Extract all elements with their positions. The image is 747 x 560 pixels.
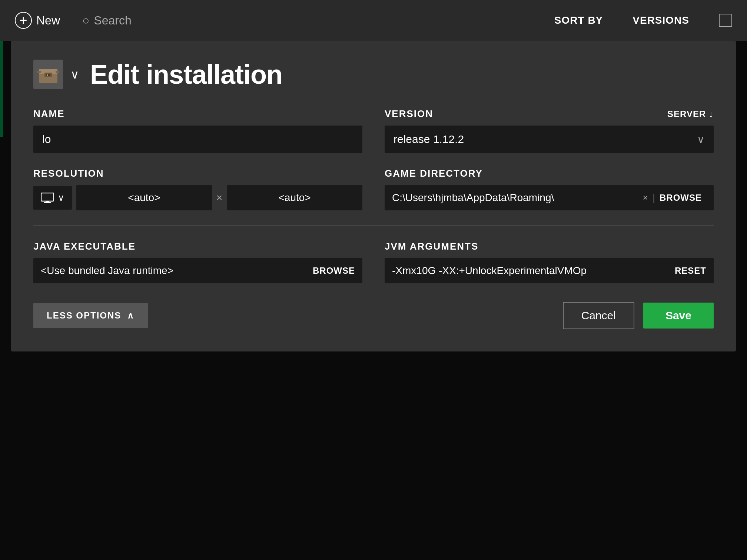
installation-icon bbox=[33, 60, 63, 89]
java-executable-value: <Use bundled Java runtime> bbox=[41, 265, 313, 277]
svg-rect-4 bbox=[47, 74, 48, 76]
edit-installation-modal: ∨ Edit installation NAME VERSION SERVER … bbox=[11, 41, 736, 351]
game-directory-value: C:\Users\hjmba\AppData\Roaming\ bbox=[392, 192, 635, 204]
java-executable-label: JAVA EXECUTABLE bbox=[33, 241, 362, 252]
resolution-width-input[interactable]: <auto> bbox=[76, 185, 212, 210]
svg-rect-5 bbox=[37, 71, 41, 73]
versions-label: VERSIONS bbox=[633, 14, 689, 26]
search-label: Search bbox=[94, 14, 131, 27]
resolution-height-input[interactable]: <auto> bbox=[227, 185, 362, 210]
jvm-reset-button[interactable]: RESET bbox=[675, 266, 706, 276]
new-icon: + bbox=[15, 12, 32, 29]
block-icon-svg bbox=[37, 63, 59, 86]
name-label: NAME bbox=[33, 108, 362, 120]
resolution-x-divider: × bbox=[216, 192, 222, 204]
icon-dropdown-chevron[interactable]: ∨ bbox=[70, 67, 79, 81]
auto-height-label: <auto> bbox=[279, 192, 311, 203]
jvm-arguments-value: -Xmx10G -XX:+UnlockExperimentalVMOp bbox=[392, 265, 675, 277]
new-label: New bbox=[36, 14, 60, 27]
game-directory-label: GAME DIRECTORY bbox=[385, 168, 714, 179]
less-options-label: LESS OPTIONS bbox=[47, 310, 121, 321]
cancel-button[interactable]: Cancel bbox=[563, 302, 634, 329]
svg-rect-7 bbox=[41, 193, 54, 201]
monitor-dropdown[interactable]: ∨ bbox=[33, 186, 72, 210]
resolution-inputs: ∨ <auto> × <auto> bbox=[33, 185, 362, 210]
version-chevron-icon: ∨ bbox=[697, 133, 705, 146]
search-icon: ○ bbox=[82, 14, 89, 27]
server-button[interactable]: SERVER ↓ bbox=[667, 109, 714, 119]
auto-width-label: <auto> bbox=[128, 192, 160, 203]
jvm-arguments-input[interactable]: -Xmx10G -XX:+UnlockExperimentalVMOp RESE… bbox=[385, 258, 714, 283]
dir-actions: × | BROWSE bbox=[638, 192, 706, 204]
sort-by-label: SORT BY bbox=[554, 14, 603, 26]
svg-rect-9 bbox=[44, 202, 51, 203]
game-directory-clear-button[interactable]: × bbox=[638, 193, 653, 203]
game-directory-group: GAME DIRECTORY C:\Users\hjmba\AppData\Ro… bbox=[385, 168, 714, 210]
resolution-label: RESOLUTION bbox=[33, 168, 362, 179]
dir-divider: | bbox=[653, 192, 655, 204]
java-executable-group: JAVA EXECUTABLE <Use bundled Java runtim… bbox=[33, 241, 362, 283]
less-options-chevron-icon: ∧ bbox=[127, 310, 135, 321]
jvm-arguments-label: JVM ARGUMENTS bbox=[385, 241, 714, 252]
modal-header: ∨ Edit installation bbox=[33, 59, 714, 90]
less-options-button[interactable]: LESS OPTIONS ∧ bbox=[33, 303, 148, 328]
resolution-directory-row: RESOLUTION ∨ <auto> × <auto> bbox=[33, 168, 714, 210]
modal-footer: LESS OPTIONS ∧ Cancel Save bbox=[33, 302, 714, 329]
java-jvm-row: JAVA EXECUTABLE <Use bundled Java runtim… bbox=[33, 241, 714, 283]
game-directory-input[interactable]: C:\Users\hjmba\AppData\Roaming\ × | BROW… bbox=[385, 185, 714, 210]
modal-title: Edit installation bbox=[90, 59, 282, 90]
jvm-arguments-group: JVM ARGUMENTS -Xmx10G -XX:+UnlockExperim… bbox=[385, 241, 714, 283]
resolution-group: RESOLUTION ∨ <auto> × <auto> bbox=[33, 168, 362, 210]
section-divider bbox=[33, 225, 714, 226]
server-label-text: SERVER ↓ bbox=[667, 109, 714, 119]
version-group: VERSION SERVER ↓ release 1.12.2 ∨ bbox=[385, 108, 714, 153]
version-header: VERSION SERVER ↓ bbox=[385, 108, 714, 120]
java-browse-button[interactable]: BROWSE bbox=[313, 266, 355, 276]
name-version-row: NAME VERSION SERVER ↓ release 1.12.2 ∨ bbox=[33, 108, 714, 153]
versions-checkbox[interactable] bbox=[719, 14, 732, 27]
top-bar: + New ○ Search SORT BY VERSIONS bbox=[0, 0, 747, 41]
game-directory-browse-button[interactable]: BROWSE bbox=[655, 193, 706, 203]
version-label: VERSION bbox=[385, 108, 433, 120]
search-button[interactable]: ○ Search bbox=[82, 14, 132, 27]
name-input[interactable] bbox=[33, 126, 362, 153]
svg-rect-6 bbox=[56, 71, 59, 73]
save-button[interactable]: Save bbox=[643, 303, 714, 329]
monitor-chevron-icon: ∨ bbox=[58, 193, 64, 203]
footer-right-buttons: Cancel Save bbox=[563, 302, 714, 329]
top-bar-right: SORT BY VERSIONS bbox=[554, 14, 732, 27]
svg-rect-8 bbox=[46, 201, 49, 202]
name-group: NAME bbox=[33, 108, 362, 153]
version-dropdown[interactable]: release 1.12.2 ∨ bbox=[385, 126, 714, 153]
java-executable-input[interactable]: <Use bundled Java runtime> BROWSE bbox=[33, 258, 362, 283]
monitor-icon-svg bbox=[41, 193, 54, 203]
new-button[interactable]: + New bbox=[15, 12, 60, 29]
version-value: release 1.12.2 bbox=[394, 133, 464, 146]
